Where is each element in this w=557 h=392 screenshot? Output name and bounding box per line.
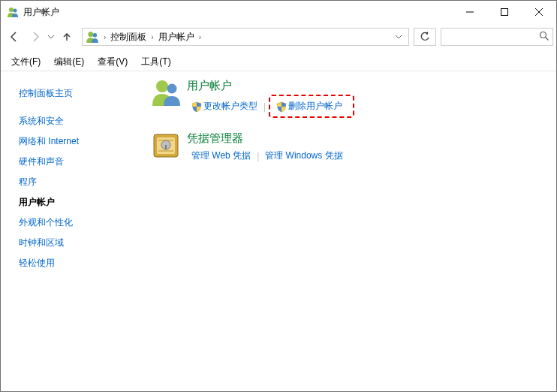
category-user-accounts: 用户帐户 更改帐户类型 | — [151, 77, 547, 118]
window-controls — [453, 1, 556, 23]
link-delete-user-account[interactable]: 删除用户帐户 — [272, 98, 347, 115]
svg-point-0 — [9, 8, 14, 12]
sidebar-item-network-internet[interactable]: 网络和 Internet — [19, 131, 133, 152]
chevron-right-icon[interactable]: › — [197, 33, 203, 41]
recent-locations-button[interactable] — [46, 26, 56, 47]
address-bar-icon — [86, 30, 99, 44]
window-title: 用户帐户 — [23, 6, 59, 19]
link-manage-windows-credentials[interactable]: 管理 Windows 凭据 — [260, 147, 347, 164]
svg-rect-3 — [501, 9, 508, 16]
sidebar-item-programs[interactable]: 程序 — [19, 172, 133, 192]
link-label: 删除用户帐户 — [288, 100, 342, 113]
breadcrumb-item[interactable]: 控制面板 — [107, 31, 149, 44]
svg-point-6 — [88, 32, 93, 37]
sidebar-item-user-accounts[interactable]: 用户帐户 — [19, 192, 133, 213]
svg-point-7 — [93, 33, 98, 38]
menubar: 文件(F) 编辑(E) 查看(V) 工具(T) — [1, 53, 556, 71]
menu-file[interactable]: 文件(F) — [5, 54, 47, 70]
menu-edit[interactable]: 编辑(E) — [48, 54, 90, 70]
chevron-right-icon[interactable]: › — [149, 33, 155, 41]
search-icon[interactable] — [539, 31, 549, 44]
svg-point-8 — [540, 32, 546, 38]
sidebar-item-appearance-personalization[interactable]: 外观和个性化 — [19, 213, 133, 233]
menu-tools[interactable]: 工具(T) — [135, 54, 176, 70]
address-dropdown-button[interactable] — [390, 29, 407, 45]
up-button[interactable] — [56, 26, 77, 47]
credential-manager-icon — [151, 130, 181, 160]
link-label: 更改帐户类型 — [203, 100, 257, 113]
breadcrumb: › 控制面板 › 用户帐户 › — [102, 31, 203, 44]
highlighted-annotation: 删除用户帐户 — [269, 95, 354, 118]
separator: | — [255, 151, 260, 161]
category-title-user-accounts[interactable]: 用户帐户 — [187, 79, 354, 93]
refresh-button[interactable] — [414, 28, 436, 46]
address-bar[interactable]: › 控制面板 › 用户帐户 › — [82, 28, 409, 46]
forward-button[interactable] — [25, 26, 46, 47]
user-accounts-icon — [151, 77, 181, 107]
sidebar-item-hardware-sound[interactable]: 硬件和声音 — [19, 152, 133, 172]
link-change-account-type[interactable]: 更改帐户类型 — [187, 98, 262, 115]
shield-icon — [276, 101, 287, 112]
shield-icon — [191, 101, 202, 112]
close-button[interactable] — [522, 1, 556, 23]
sidebar: 控制面板主页 系统和安全 网络和 Internet 硬件和声音 程序 用户帐户 … — [1, 71, 142, 392]
svg-rect-15 — [165, 145, 167, 149]
minimize-button[interactable] — [453, 1, 487, 23]
titlebar: 用户帐户 — [1, 1, 556, 23]
sidebar-item-clock-region[interactable]: 时钟和区域 — [19, 233, 133, 253]
category-credential-manager: 凭据管理器 管理 Web 凭据 | 管理 Windows 凭据 — [151, 130, 547, 164]
search-input[interactable] — [441, 28, 553, 46]
svg-line-9 — [546, 37, 549, 40]
separator: | — [262, 101, 267, 112]
link-label: 管理 Windows 凭据 — [265, 149, 342, 162]
sidebar-item-control-panel-home[interactable]: 控制面板主页 — [19, 83, 133, 104]
category-title-credential-manager[interactable]: 凭据管理器 — [187, 131, 348, 146]
content-area: 控制面板主页 系统和安全 网络和 Internet 硬件和声音 程序 用户帐户 … — [1, 71, 556, 392]
toolbar: › 控制面板 › 用户帐户 › — [1, 23, 556, 50]
back-button[interactable] — [4, 26, 25, 47]
link-manage-web-credentials[interactable]: 管理 Web 凭据 — [187, 147, 255, 164]
link-label: 管理 Web 凭据 — [191, 149, 251, 162]
menu-view[interactable]: 查看(V) — [92, 54, 134, 70]
sidebar-item-ease-of-access[interactable]: 轻松使用 — [19, 253, 133, 273]
sidebar-item-system-security[interactable]: 系统和安全 — [19, 111, 133, 131]
svg-point-1 — [14, 9, 17, 13]
chevron-right-icon[interactable]: › — [102, 33, 107, 41]
main-panel: 用户帐户 更改帐户类型 | — [142, 71, 556, 392]
svg-point-11 — [167, 84, 177, 94]
svg-point-10 — [156, 80, 168, 92]
maximize-button[interactable] — [487, 1, 522, 23]
breadcrumb-item[interactable]: 用户帐户 — [155, 31, 197, 44]
app-icon — [7, 6, 19, 18]
